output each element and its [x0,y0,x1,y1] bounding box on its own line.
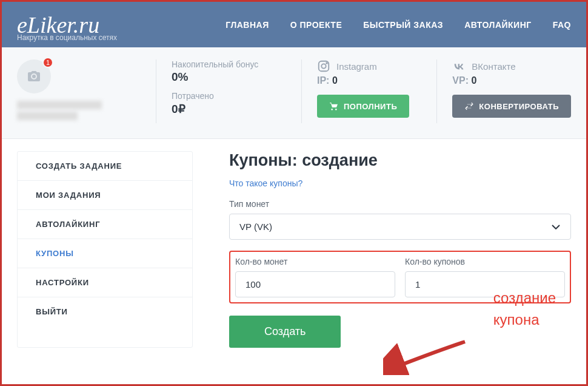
sidebar: СОЗДАТЬ ЗАДАНИЕ МОИ ЗАДАНИЯ АВТОЛАЙКИНГ … [17,151,193,348]
vk-label: ВКонтакте [472,61,515,72]
coin-type-label: Тип монет [229,199,571,209]
svg-point-2 [326,63,327,64]
sidebar-item-autoliking[interactable]: АВТОЛАЙКИНГ [18,210,192,239]
sidebar-item-logout[interactable]: ВЫЙТИ [18,297,192,326]
sidebar-item-settings[interactable]: НАСТРОЙКИ [18,268,192,297]
coins-amount-input[interactable] [235,271,395,297]
help-link[interactable]: Что такое купоны? [229,178,571,188]
stats-bar: 1 Накопительный бонус 0% Потрачено 0₽ In… [2,47,586,139]
instagram-label: Instagram [336,61,377,72]
svg-point-1 [321,64,326,68]
logo[interactable]: eLiker.ru [17,13,99,36]
coupons-amount-label: Кол-во купонов [405,257,565,266]
username-area [17,101,141,120]
notification-badge[interactable]: 1 [42,57,53,68]
topup-button[interactable]: ПОПОЛНИТЬ [317,95,409,118]
spent-value: 0₽ [172,102,286,116]
nav-quickorder[interactable]: БЫСТРЫЙ ЗАКАЗ [363,20,443,30]
coins-amount-label: Кол-во монет [235,257,395,266]
tagline: Накрутка в социальных сетях [17,33,117,42]
annotation-text: создание купона [493,287,556,331]
vp-label: VP: [452,75,469,86]
nav-autoliking[interactable]: АВТОЛАЙКИНГ [464,20,532,30]
exchange-icon [464,101,474,111]
sidebar-item-my-tasks[interactable]: МОИ ЗАДАНИЯ [18,181,192,210]
camera-icon [27,69,41,84]
instagram-icon [317,59,330,73]
bonus-value: 0% [172,70,286,84]
main-nav: ГЛАВНАЯ О ПРОЕКТЕ БЫСТРЫЙ ЗАКАЗ АВТОЛАЙК… [226,20,571,30]
page-title: Купоны: создание [229,151,571,170]
avatar[interactable]: 1 [17,59,51,93]
header: eLiker.ru Накрутка в социальных сетях ГЛ… [2,2,586,47]
nav-main[interactable]: ГЛАВНАЯ [226,20,269,30]
sidebar-item-create-task[interactable]: СОЗДАТЬ ЗАДАНИЕ [18,152,192,181]
ip-value: 0 [332,75,338,86]
create-button[interactable]: Создать [229,316,341,348]
cart-icon [329,101,339,111]
bonus-label: Накопительный бонус [172,59,286,69]
annotation-arrow-icon [383,339,468,375]
convert-button[interactable]: КОНВЕРТИРОВАТЬ [452,95,571,118]
ip-label: IP: [317,75,329,86]
nav-faq[interactable]: FAQ [553,20,571,30]
vp-value: 0 [471,75,476,86]
vk-icon [452,59,466,73]
nav-about[interactable]: О ПРОЕКТЕ [290,20,342,30]
spent-label: Потрачено [172,91,286,101]
coin-type-select[interactable]: VP (VK) [229,214,571,240]
sidebar-item-coupons[interactable]: КУПОНЫ [18,239,192,268]
